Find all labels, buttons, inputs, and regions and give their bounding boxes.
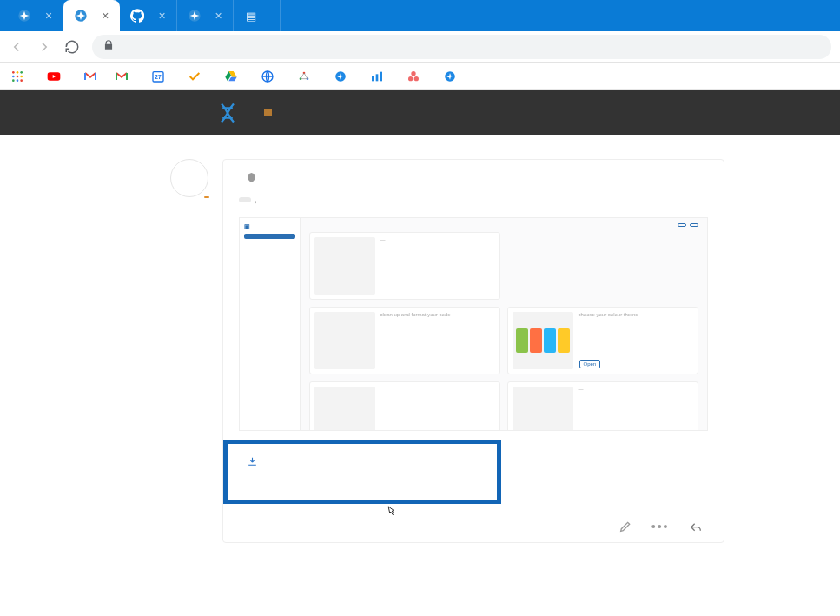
shot-card: — [507, 381, 698, 431]
bookmark-calendar[interactable]: 27 [151, 70, 170, 83]
gmail-icon [115, 70, 129, 83]
calendar-icon: 27 [151, 70, 165, 83]
bookmark-yt[interactable] [47, 70, 66, 83]
shot-logo [244, 223, 295, 230]
compass-icon [74, 9, 88, 23]
site-header [0, 90, 840, 135]
svg-point-5 [20, 71, 23, 74]
svg-point-7 [17, 75, 19, 77]
svg-point-23 [411, 71, 415, 76]
browser-tab[interactable]: × [63, 0, 120, 31]
svg-point-9 [12, 79, 15, 82]
mention-chip[interactable] [239, 197, 251, 202]
svg-point-10 [17, 79, 19, 82]
forum-post: , [169, 159, 724, 543]
bookmark-gmail[interactable] [115, 70, 134, 83]
svg-point-4 [17, 71, 19, 74]
asana-icon [407, 70, 420, 83]
post-footer: ••• [239, 520, 708, 533]
browser-tab[interactable]: × [177, 0, 234, 31]
shot-card: ✓ [309, 381, 500, 431]
apps-grid-icon [10, 70, 24, 83]
svg-point-8 [20, 75, 23, 77]
close-icon[interactable]: × [158, 9, 165, 23]
shot-card: clean up and format your code [309, 307, 500, 374]
close-icon[interactable]: × [102, 9, 109, 23]
bookmarks-bar: 27 [0, 63, 840, 90]
svg-point-3 [12, 71, 15, 74]
svg-point-6 [12, 75, 15, 77]
bookmark-apps[interactable] [10, 70, 30, 83]
svg-point-11 [20, 79, 23, 82]
svg-text:27: 27 [155, 74, 162, 80]
grid-icon: ▤ [244, 9, 258, 23]
time-gap-label [169, 136, 724, 159]
forward-icon[interactable] [36, 39, 52, 55]
shot-side-item [244, 260, 295, 265]
bookmark-asana[interactable] [407, 70, 426, 83]
shot-card: — [309, 232, 500, 300]
bookmark-ah[interactable] [370, 70, 389, 83]
attachment-link[interactable] [247, 456, 483, 470]
drive-icon [224, 70, 238, 83]
reply-button[interactable] [689, 520, 708, 533]
avatar-badge [204, 196, 209, 198]
close-icon[interactable]: × [45, 9, 52, 23]
browser-tabstrip: × × × × ▤ [0, 0, 840, 31]
browser-tab[interactable]: × [120, 0, 176, 31]
compass-icon [334, 70, 347, 83]
reload-icon[interactable] [64, 39, 80, 55]
topic-category[interactable] [264, 109, 276, 116]
check-icon [188, 70, 202, 83]
browser-tab[interactable]: × [7, 0, 63, 31]
bookmark-intranet[interactable] [261, 70, 280, 83]
shot-top-buttons [678, 223, 698, 227]
compass-icon [17, 9, 31, 23]
more-icon[interactable]: ••• [651, 520, 670, 533]
shot-side-item [244, 251, 295, 256]
youtube-icon [47, 70, 61, 83]
browser-tab[interactable]: ▤ [234, 0, 281, 31]
bookmark-drive[interactable] [224, 70, 243, 83]
close-icon[interactable]: × [215, 9, 222, 23]
bars-icon [370, 70, 384, 83]
shield-icon [246, 172, 257, 186]
bookmark-gmail-icon[interactable] [83, 70, 97, 83]
gmail-m-icon [83, 70, 97, 83]
globe-icon [261, 70, 274, 83]
bookmark-toodledo[interactable] [188, 70, 207, 83]
category-swatch-icon [264, 109, 272, 116]
svg-point-24 [408, 76, 413, 81]
svg-rect-20 [372, 76, 374, 81]
dots-icon [297, 70, 311, 83]
dna-icon [215, 101, 240, 125]
highlighted-attachment-box [223, 440, 501, 504]
topic-header [264, 109, 276, 116]
pencil-icon[interactable] [618, 520, 632, 533]
lock-icon [103, 39, 115, 54]
shot-side-item [244, 242, 295, 248]
page-body: , [0, 135, 840, 616]
shot-side-item [244, 234, 295, 239]
brand-logo[interactable] [215, 101, 252, 125]
back-icon[interactable] [9, 39, 24, 55]
download-icon [247, 456, 258, 470]
bookmark-forum[interactable] [334, 70, 353, 83]
github-icon [130, 9, 144, 23]
svg-rect-22 [380, 71, 382, 81]
embedded-screenshot[interactable]: — clean up and format your code choose y… [239, 217, 708, 431]
browser-toolbar [0, 31, 840, 63]
svg-rect-21 [376, 74, 379, 81]
svg-point-25 [414, 76, 419, 81]
bookmark-edna[interactable] [443, 70, 462, 83]
compass-icon [443, 70, 457, 83]
post-header [239, 172, 708, 186]
address-bar[interactable] [92, 35, 831, 59]
compass-icon [188, 9, 202, 23]
avatar[interactable] [170, 159, 208, 197]
bookmark-webta[interactable] [297, 70, 316, 83]
shot-card: choose your colour themeOpen [507, 307, 698, 374]
